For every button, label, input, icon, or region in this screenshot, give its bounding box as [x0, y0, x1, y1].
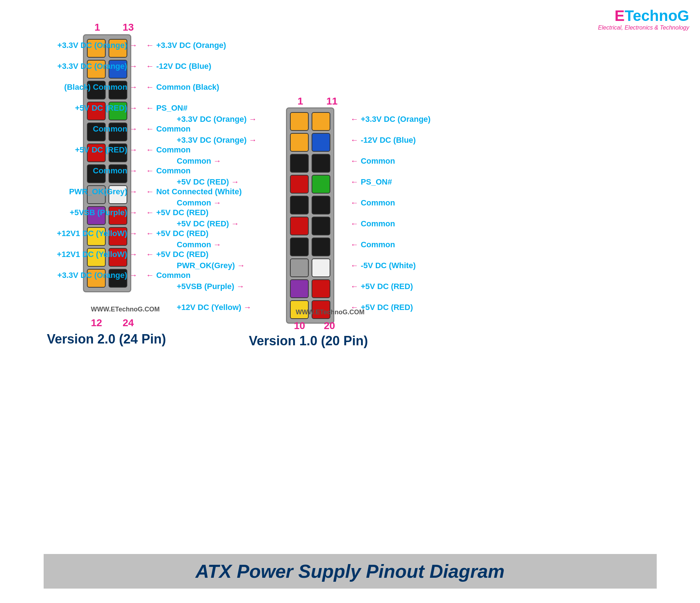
- pin20-8-right: [312, 258, 330, 277]
- pin20-5-right: [312, 196, 330, 214]
- label-24-right-5: Common: [146, 124, 190, 134]
- label-20-left-2: +3.3V DC (Orange): [177, 136, 257, 145]
- version-24-label: Version 2.0 (24 Pin): [47, 332, 166, 347]
- pin20-9-left: [290, 279, 309, 298]
- label-24-right-7: Common: [146, 166, 190, 176]
- pin-num-24-24: 24: [123, 317, 134, 329]
- pin20-6-left: [290, 217, 309, 235]
- label-24-right-9: +5V DC (RED): [146, 208, 208, 217]
- label-24-left-5: Common: [93, 124, 137, 134]
- pin20-row-6: [290, 217, 330, 235]
- title-bar: ATX Power Supply Pinout Diagram: [44, 554, 657, 589]
- label-24-left-9: +5VSB (Purple): [70, 208, 137, 217]
- pin20-4-right: [312, 175, 330, 194]
- label-20-right-2: -12V DC (Blue): [351, 136, 416, 145]
- pin-num-1-24: 1: [94, 22, 100, 33]
- label-20-right-7: Common: [351, 240, 395, 249]
- label-20-right-4: PS_ON#: [351, 177, 392, 187]
- pin20-7-left: [290, 238, 309, 256]
- pin20-2-right: [312, 133, 330, 152]
- label-24-right-12: Common: [146, 271, 190, 280]
- pin20-row-7: [290, 238, 330, 256]
- label-20-right-6: Common: [351, 219, 395, 229]
- page: ETechnoG Electrical, Electronics & Techn…: [0, 0, 700, 603]
- pin20-row-1: [290, 112, 330, 131]
- logo-subtitle: Electrical, Electronics & Technology: [598, 25, 689, 31]
- pin-num-1-20: 1: [298, 96, 303, 107]
- label-20-right-8: -5V DC (White): [351, 261, 416, 270]
- pin20-6-right: [312, 217, 330, 235]
- label-20-right-3: Common: [351, 156, 395, 166]
- label-24-left-3: (Black) Common: [64, 83, 137, 92]
- pin-num-13-24: 13: [123, 22, 134, 33]
- label-24-right-1: +3.3V DC (Orange): [146, 41, 226, 50]
- label-24-left-7: Common: [93, 166, 137, 176]
- pin20-9-right: [312, 279, 330, 298]
- label-24-right-6: Common: [146, 145, 190, 155]
- label-24-left-8: PWR_OK(Grey): [69, 187, 137, 196]
- pin-num-10-20: 10: [294, 320, 305, 332]
- label-20-left-7: Common: [177, 240, 221, 249]
- pin-num-12-24: 12: [91, 317, 102, 329]
- pin20-row-8: [290, 258, 330, 277]
- label-20-left-10: +12V DC (Yellow): [177, 303, 251, 312]
- pin20-2-left: [290, 133, 309, 152]
- logo-e: E: [615, 7, 625, 24]
- pin20-row-9: [290, 279, 330, 298]
- label-24-right-3: Common (Black): [146, 83, 219, 92]
- label-24-right-2: -12V DC (Blue): [146, 62, 211, 71]
- label-20-left-4: +5V DC (RED): [177, 177, 239, 187]
- pin20-3-left: [290, 154, 309, 173]
- label-20-left-5: Common: [177, 198, 221, 208]
- label-24-right-10: +5V DC (RED): [146, 229, 208, 238]
- label-24-left-12: +3.3V DC (Orange): [57, 271, 137, 280]
- label-24-right-8: Not Connected (White): [146, 187, 242, 196]
- label-24-right-11: +5V DC (RED): [146, 250, 208, 259]
- label-20-right-5: Common: [351, 198, 395, 208]
- label-20-left-6: +5V DC (RED): [177, 219, 239, 229]
- label-20-left-8: PWR_OK(Grey): [177, 261, 245, 270]
- pin20-row-2: [290, 133, 330, 152]
- watermark-20pin: WWW.ETechnoG.COM: [296, 309, 365, 316]
- label-20-right-1: +3.3V DC (Orange): [351, 115, 431, 124]
- pin20-3-right: [312, 154, 330, 173]
- pin-num-20-20: 20: [324, 320, 335, 332]
- pin20-8-left: [290, 258, 309, 277]
- logo-technog: TechnoG: [625, 7, 689, 24]
- label-24-left-1: +3.3V DC (Orange): [57, 41, 137, 50]
- connector-20pin: [286, 107, 334, 324]
- pin20-1-right: [312, 112, 330, 131]
- title-text: ATX Power Supply Pinout Diagram: [195, 561, 505, 582]
- pin20-row-4: [290, 175, 330, 194]
- label-24-left-10: +12V1 DC (YelloW): [57, 229, 137, 238]
- label-20-left-3: Common: [177, 156, 221, 166]
- pin20-7-right: [312, 238, 330, 256]
- version-20-label: Version 1.0 (20 Pin): [249, 333, 368, 349]
- label-24-left-6: +5V DC (RED): [75, 145, 137, 155]
- pin20-row-3: [290, 154, 330, 173]
- pin20-1-left: [290, 112, 309, 131]
- label-24-left-11: +12V1 DC (YelloW): [57, 250, 137, 259]
- logo: ETechnoG Electrical, Electronics & Techn…: [598, 7, 689, 31]
- label-20-right-9: +5V DC (RED): [351, 282, 413, 291]
- pin20-4-left: [290, 175, 309, 194]
- label-24-left-4: +5V DC (RED): [75, 103, 137, 113]
- label-20-left-9: +5VSB (Purple): [177, 282, 245, 291]
- label-24-right-4: PS_ON#: [146, 103, 188, 113]
- label-20-left-1: +3.3V DC (Orange): [177, 115, 257, 124]
- pin20-row-5: [290, 196, 330, 214]
- label-24-left-2: +3.3V DC (Orange): [57, 62, 137, 71]
- pin20-5-left: [290, 196, 309, 214]
- pin-num-11-20: 11: [326, 96, 338, 107]
- watermark-24pin: WWW.ETechnoG.COM: [91, 306, 160, 313]
